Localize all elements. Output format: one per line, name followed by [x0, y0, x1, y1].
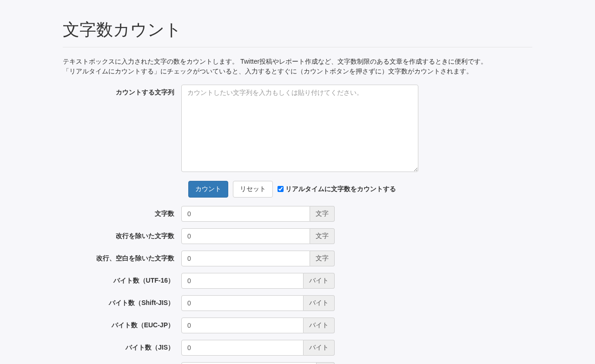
input-group: 行	[181, 362, 335, 364]
char-count-no-space-output	[181, 251, 310, 266]
bytes-utf16-output	[181, 273, 304, 289]
textarea-row: カウントする文字列	[63, 85, 532, 173]
result-row-bytes-eucjp: バイト数（EUC-JP） バイト	[63, 318, 532, 333]
button-row: カウント リセット リアルタイムに文字数をカウントする	[63, 181, 532, 198]
description-line-2: 「リアルタイムにカウントする」にチェックがついていると、入力するとすぐに（カウン…	[63, 67, 473, 75]
description-line-1: テキストボックスに入力された文字の数をカウントします。 Twitter投稿やレポ…	[63, 58, 487, 65]
result-row-bytes-jis: バイト数（JIS） バイト	[63, 340, 532, 356]
input-group: 文字	[181, 251, 335, 266]
result-row-bytes-utf16: バイト数（UTF-16） バイト	[63, 273, 532, 289]
count-textarea[interactable]	[181, 85, 418, 172]
count-button[interactable]: カウント	[188, 181, 228, 198]
input-group: バイト	[181, 318, 335, 333]
input-group: 文字	[181, 228, 335, 244]
unit-addon: 文字	[310, 228, 335, 244]
result-row-line-count: 行数 行	[63, 362, 532, 364]
result-label: 文字数	[63, 210, 181, 218]
realtime-checkbox[interactable]	[278, 186, 284, 192]
page-title: 文字数カウント	[63, 19, 532, 41]
unit-addon: バイト	[304, 340, 335, 356]
unit-addon: バイト	[304, 318, 335, 333]
description: テキストボックスに入力された文字の数をカウントします。 Twitter投稿やレポ…	[63, 57, 532, 76]
result-row-bytes-sjis: バイト数（Shift-JIS） バイト	[63, 295, 532, 311]
result-row-char-count-no-space: 改行、空白を除いた文字数 文字	[63, 251, 532, 266]
input-group: バイト	[181, 340, 335, 356]
result-label: バイト数（Shift-JIS）	[63, 299, 181, 307]
realtime-checkbox-label[interactable]: リアルタイムに文字数をカウントする	[285, 185, 396, 193]
result-label: バイト数（UTF-16）	[63, 277, 181, 285]
input-group: 文字	[181, 206, 335, 222]
textarea-label: カウントする文字列	[63, 85, 181, 97]
result-label: 改行、空白を除いた文字数	[63, 254, 181, 263]
result-row-char-count-no-newline: 改行を除いた文字数 文字	[63, 228, 532, 244]
realtime-checkbox-wrap: リアルタイムに文字数をカウントする	[278, 185, 396, 193]
char-count-output	[181, 206, 310, 222]
divider	[63, 47, 532, 47]
bytes-jis-output	[181, 340, 304, 356]
input-group: バイト	[181, 273, 335, 289]
unit-addon: バイト	[304, 295, 335, 311]
bytes-eucjp-output	[181, 318, 304, 333]
reset-button[interactable]: リセット	[233, 181, 273, 198]
input-group: バイト	[181, 295, 335, 311]
textarea-wrap	[181, 85, 532, 173]
result-label: 改行を除いた文字数	[63, 232, 181, 240]
line-count-output	[181, 362, 317, 364]
unit-addon: 文字	[310, 251, 335, 266]
unit-addon: バイト	[304, 273, 335, 289]
char-count-no-newline-output	[181, 228, 310, 244]
result-row-char-count: 文字数 文字	[63, 206, 532, 222]
result-label: バイト数（JIS）	[63, 344, 181, 352]
main-container: 文字数カウント テキストボックスに入力された文字の数をカウントします。 Twit…	[53, 0, 542, 364]
bytes-sjis-output	[181, 295, 304, 311]
unit-addon: 行	[317, 362, 335, 364]
result-label: バイト数（EUC-JP）	[63, 321, 181, 330]
unit-addon: 文字	[310, 206, 335, 222]
